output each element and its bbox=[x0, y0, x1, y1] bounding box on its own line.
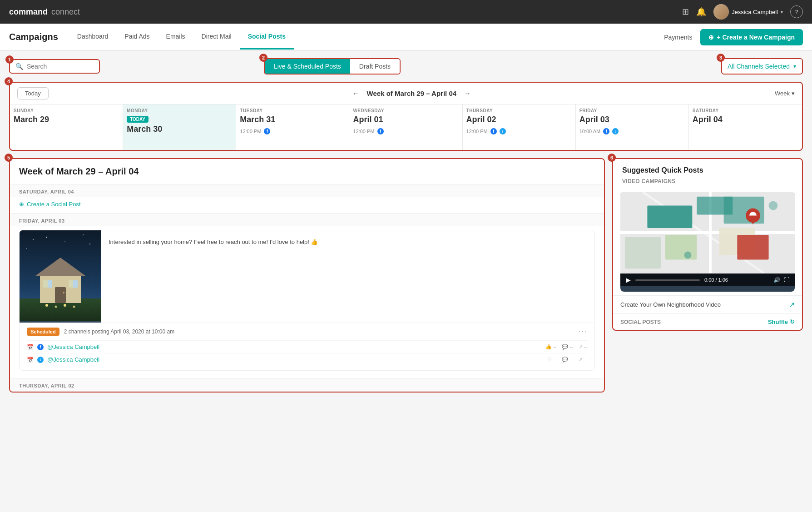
svg-point-34 bbox=[684, 252, 692, 259]
view-label: Week bbox=[775, 90, 790, 97]
day-label-friday: FRIDAY, APRIL 03 bbox=[10, 214, 604, 226]
video-time: 0:00 / 1:06 bbox=[704, 277, 769, 283]
post-more-button[interactable]: ··· bbox=[579, 328, 587, 336]
create-campaign-button[interactable]: ⊕ + Create a New Campaign bbox=[700, 29, 803, 45]
create-neighborhood-text: Create Your Own Neighborhood Video bbox=[620, 301, 721, 308]
svg-point-10 bbox=[45, 304, 48, 307]
nav-payments[interactable]: Payments bbox=[656, 25, 700, 49]
video-thumbnail: ▶ 0:00 / 1:06 🔊 ⛶ bbox=[620, 192, 795, 292]
heart-btn-tw[interactable]: ♡ -- bbox=[547, 357, 556, 363]
nav-emails[interactable]: Emails bbox=[158, 25, 193, 50]
create-btn-label: + Create a New Campaign bbox=[717, 34, 795, 41]
scheduled-badge: Scheduled bbox=[27, 328, 59, 336]
post-footer: Scheduled 2 channels posting April 03, 2… bbox=[20, 323, 594, 370]
tw-account-name: @Jessica Campbell bbox=[47, 356, 99, 363]
view-chevron-icon: ▾ bbox=[792, 90, 795, 97]
shuffle-label: Shuffle bbox=[768, 318, 788, 325]
suggested-header: Suggested Quick Posts Video Campaigns bbox=[613, 159, 802, 188]
comment-btn-tw[interactable]: 💬 -- bbox=[562, 357, 573, 363]
svg-rect-8 bbox=[43, 280, 48, 288]
next-week-button[interactable]: → bbox=[460, 88, 475, 99]
post-account-twitter: 📅 t @Jessica Campbell ♡ -- 💬 -- ↗ -- bbox=[27, 353, 587, 366]
nav-dashboard[interactable]: Dashboard bbox=[69, 25, 117, 50]
video-controls: ▶ 0:00 / 1:06 🔊 ⛶ bbox=[620, 273, 795, 286]
annotation-4: 4 bbox=[5, 77, 13, 85]
nav-paid-ads[interactable]: Paid Ads bbox=[116, 25, 158, 50]
cal-time-friday: 10:00 AM bbox=[579, 129, 600, 134]
today-button[interactable]: Today bbox=[17, 87, 49, 99]
header-nav: Dashboard Paid Ads Emails Direct Mail So… bbox=[69, 25, 701, 50]
cal-date-saturday: April 04 bbox=[693, 115, 798, 124]
fullscreen-icon[interactable]: ⛶ bbox=[784, 277, 789, 283]
view-select[interactable]: Week ▾ bbox=[775, 90, 795, 97]
create-neighborhood-row: Create Your Own Neighborhood Video ↗ bbox=[613, 295, 802, 313]
create-social-post-link[interactable]: ⊕ Create a Social Post bbox=[10, 197, 604, 213]
day-section-thursday: THURSDAY, APRIL 02 bbox=[10, 378, 604, 392]
day-section-saturday: SATURDAY, APRIL 04 ⊕ Create a Social Pos… bbox=[10, 184, 604, 214]
video-progress-bar[interactable] bbox=[635, 279, 700, 281]
house-svg bbox=[20, 230, 101, 321]
annotation-3: 3 bbox=[717, 54, 725, 62]
channels-select[interactable]: All Channels Selected ▾ bbox=[721, 58, 803, 75]
fb-icon-friday: f bbox=[603, 128, 609, 134]
play-button[interactable]: ▶ bbox=[626, 276, 631, 283]
svg-point-13 bbox=[73, 306, 75, 308]
tw-icon-post: t bbox=[37, 357, 44, 363]
post-card-friday: Interested in selling your home? Feel fr… bbox=[19, 230, 595, 371]
svg-point-15 bbox=[46, 237, 47, 238]
cal-day-thursday: THURSDAY April 02 12:00 PM f t bbox=[463, 104, 576, 150]
bottom-section: 5 Week of March 29 – April 04 SATURDAY, … bbox=[9, 158, 803, 393]
week-posts-outer: 5 Week of March 29 – April 04 SATURDAY, … bbox=[9, 158, 605, 393]
volume-icon[interactable]: 🔊 bbox=[773, 277, 780, 283]
week-label: Week of March 29 – April 04 bbox=[367, 89, 457, 97]
post-meta: Scheduled 2 channels posting April 03, 2… bbox=[27, 328, 587, 336]
shuffle-button[interactable]: Shuffle ↻ bbox=[768, 318, 795, 325]
calendar-icon[interactable]: ⊞ bbox=[682, 7, 689, 17]
user-chevron-icon: ▾ bbox=[781, 10, 783, 15]
help-button[interactable]: ? bbox=[790, 5, 803, 18]
post-actions-fb: 👍 -- 💬 -- ↗ -- bbox=[545, 344, 587, 350]
svg-point-19 bbox=[26, 248, 27, 249]
prev-week-button[interactable]: ← bbox=[349, 88, 363, 99]
cal-event-tuesday: 12:00 PM f bbox=[240, 128, 345, 134]
day-label-thursday: THURSDAY, APRIL 02 bbox=[10, 378, 604, 391]
share-icon[interactable]: ↗ bbox=[789, 300, 795, 309]
day-label-saturday: SATURDAY, APRIL 04 bbox=[10, 184, 604, 197]
social-posts-footer: Social Posts Shuffle ↻ bbox=[613, 313, 802, 330]
nav-direct-mail[interactable]: Direct Mail bbox=[193, 25, 240, 50]
page-title: Campaigns bbox=[9, 32, 58, 42]
post-tabs: Live & Scheduled Posts Draft Posts bbox=[264, 58, 401, 75]
nav-social-posts[interactable]: Social Posts bbox=[240, 25, 294, 50]
cal-day-name-monday: MONDAY bbox=[127, 108, 232, 113]
notification-icon[interactable]: 🔔 bbox=[696, 7, 706, 17]
search-box[interactable]: 1 🔍 bbox=[9, 59, 100, 74]
map-svg bbox=[620, 192, 795, 273]
annotation-1: 1 bbox=[5, 55, 14, 64]
today-badge: TODAY bbox=[127, 116, 149, 123]
calendar-icon-fb: 📅 bbox=[27, 344, 34, 350]
page-header: Campaigns Dashboard Paid Ads Emails Dire… bbox=[0, 24, 812, 51]
tab-live-scheduled[interactable]: Live & Scheduled Posts bbox=[265, 59, 350, 74]
cal-day-sunday: SUNDAY March 29 bbox=[10, 104, 123, 150]
cal-date-thursday: April 02 bbox=[466, 115, 572, 124]
channels-label: All Channels Selected bbox=[728, 63, 790, 70]
fb-icon-wednesday: f bbox=[377, 128, 384, 134]
svg-rect-29 bbox=[625, 237, 661, 268]
cal-day-monday: MONDAY TODAY March 30 bbox=[123, 104, 236, 150]
user-avatar-wrap[interactable]: Jessica Campbell ▾ bbox=[713, 4, 783, 20]
search-input[interactable] bbox=[27, 63, 90, 70]
suggested-panel: Suggested Quick Posts Video Campaigns bbox=[612, 158, 803, 331]
video-controls-right: 🔊 ⛶ bbox=[773, 277, 789, 283]
channels-wrap: 3 All Channels Selected ▾ bbox=[721, 58, 803, 75]
share-btn-fb[interactable]: ↗ -- bbox=[579, 344, 587, 350]
tab-draft[interactable]: Draft Posts bbox=[350, 59, 400, 74]
svg-point-14 bbox=[33, 239, 34, 240]
share-btn-tw[interactable]: ↗ -- bbox=[579, 357, 587, 363]
user-name: Jessica Campbell bbox=[732, 9, 778, 15]
cal-day-name-tuesday: TUESDAY bbox=[240, 108, 345, 113]
cal-date-sunday: March 29 bbox=[14, 115, 119, 124]
like-btn-fb[interactable]: 👍 -- bbox=[545, 344, 556, 350]
fb-icon-tuesday: f bbox=[264, 128, 270, 134]
comment-btn-fb[interactable]: 💬 -- bbox=[562, 344, 573, 350]
top-nav: command connect ⊞ 🔔 Jessica Campbell ▾ ? bbox=[0, 0, 812, 24]
